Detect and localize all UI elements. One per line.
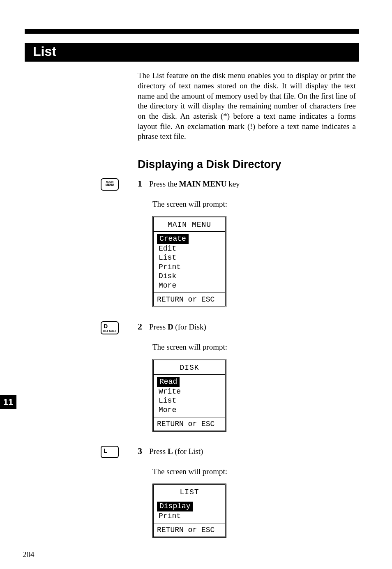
menu-item: Create (157, 234, 222, 244)
menu-item-label: Disk (157, 272, 178, 280)
key-label-line1: L (102, 448, 117, 454)
screen-menu: MAIN MENUCreateEditListPrintDiskMoreRETU… (152, 216, 226, 307)
keyboard-key-icon: L (101, 446, 119, 458)
step-text-post: (for Disk) (173, 323, 206, 331)
step-text-bold: L (168, 447, 173, 456)
menu-item: List (157, 253, 222, 263)
key-label-line2: MENU (102, 183, 117, 186)
menu-item-label: Print (157, 512, 182, 520)
step: MAINMENU1Press the MAIN MENU keyThe scre… (138, 178, 356, 307)
step-text-bold: D (168, 323, 173, 331)
menu-item-label: Edit (157, 244, 178, 253)
step-number: 2 (138, 321, 149, 332)
screen-prompt-label: The screen will prompt: (152, 200, 356, 209)
menu-footer: RETURN or ESC (154, 293, 225, 306)
menu-item-selected: Read (157, 377, 180, 387)
menu-item: Disk (157, 272, 222, 281)
body-column: The List feature on the disk menu enable… (138, 71, 356, 538)
menu-item: Edit (157, 244, 222, 253)
key-label-line1: MAIN (102, 180, 117, 183)
menu-items: DisplayPrint (154, 499, 225, 523)
menu-item: Write (157, 387, 222, 396)
section-title-bar: List (25, 43, 359, 62)
steps-container: MAINMENU1Press the MAIN MENU keyThe scre… (138, 178, 356, 538)
menu-item: List (157, 396, 222, 405)
menu-item: Print (157, 511, 222, 521)
step: DDEFAULT2Press D (for Disk)The screen wi… (138, 321, 356, 432)
step-number: 3 (138, 446, 149, 456)
menu-item-selected: Display (157, 502, 193, 511)
step-instruction: 2Press D (for Disk) (138, 321, 356, 332)
keyboard-key-icon: DDEFAULT (101, 321, 119, 334)
menu-item-label: More (157, 281, 178, 290)
menu-title: MAIN MENU (154, 217, 225, 231)
menu-title: LIST (154, 485, 225, 499)
keyboard-key-icon: MAINMENU (101, 178, 119, 191)
screen-prompt-label: The screen will prompt: (152, 343, 356, 352)
subheading: Displaying a Disk Directory (138, 158, 356, 171)
menu-items: ReadWriteListMore (154, 374, 225, 417)
menu-item: Display (157, 502, 222, 511)
step-text-pre: Press (149, 447, 168, 456)
step-text-pre: Press the (149, 180, 179, 188)
step-text-post: (for List) (173, 447, 203, 456)
menu-item-label: List (157, 396, 178, 405)
menu-title: DISK (154, 360, 225, 374)
step: L3Press L (for List)The screen will prom… (138, 446, 356, 538)
page-number: 204 (23, 550, 35, 559)
screen-menu: LISTDisplayPrintRETURN or ESC (152, 484, 226, 538)
menu-item-label: More (157, 406, 178, 414)
menu-footer: RETURN or ESC (154, 523, 225, 537)
key-label-line1: D (102, 323, 117, 329)
screen-prompt-label: The screen will prompt: (152, 467, 356, 476)
step-instruction: 1Press the MAIN MENU key (138, 178, 356, 189)
menu-item-label: Write (157, 387, 182, 396)
step-instruction: 3Press L (for List) (138, 446, 356, 456)
menu-item: Read (157, 377, 222, 387)
menu-items: CreateEditListPrintDiskMore (154, 231, 225, 293)
step-number: 1 (138, 178, 149, 189)
key-label-line2: DEFAULT (102, 329, 117, 332)
menu-item: More (157, 281, 222, 290)
menu-footer: RETURN or ESC (154, 417, 225, 431)
menu-item: More (157, 405, 222, 415)
menu-item: Print (157, 263, 222, 272)
menu-item-selected: Create (157, 234, 189, 244)
chapter-tab: 11 (0, 395, 16, 409)
step-text-post: key (226, 180, 240, 188)
page: List The List feature on the disk menu e… (0, 0, 392, 569)
intro-paragraph: The List feature on the disk menu enable… (138, 71, 356, 142)
step-text-bold: MAIN MENU (179, 180, 227, 188)
screen-menu: DISKReadWriteListMoreRETURN or ESC (152, 359, 226, 432)
menu-item-label: List (157, 253, 178, 262)
menu-item-label: Print (157, 263, 182, 271)
top-rule (25, 29, 359, 34)
step-text-pre: Press (149, 323, 168, 331)
